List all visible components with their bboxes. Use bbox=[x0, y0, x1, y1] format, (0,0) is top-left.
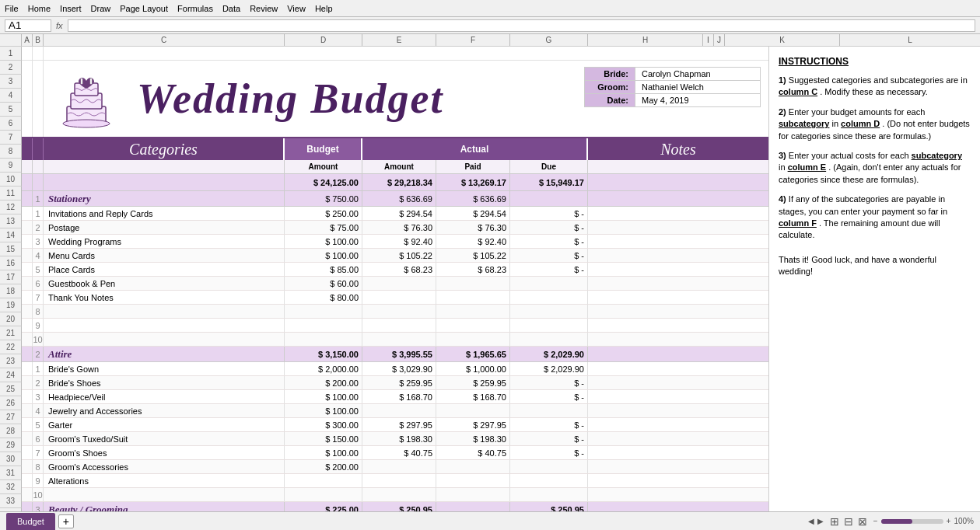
row-stat-empty9[interactable]: 9 bbox=[22, 319, 768, 333]
menu-review[interactable]: Review bbox=[250, 4, 278, 13]
inst-1-num: 1) bbox=[779, 75, 786, 85]
garter-due: $ - bbox=[510, 418, 588, 431]
table-view-icon[interactable]: ⊟ bbox=[844, 515, 853, 528]
bottom-right-controls: ◀ ▶ ⊞ ⊟ ⊠ − + 100% bbox=[808, 515, 974, 528]
row-programs[interactable]: 3 Wedding Programs $ 100.00 $ 92.40 $ 92… bbox=[22, 235, 768, 249]
menu-file[interactable]: File bbox=[5, 4, 19, 13]
invitations-paid: $ 294.54 bbox=[436, 207, 510, 220]
row-brides-gown[interactable]: 1 Bride's Gown $ 2,000.00 $ 3,029.90 $ 1… bbox=[22, 362, 768, 376]
app-container: File Home Insert Draw Page Layout Formul… bbox=[0, 0, 980, 530]
formula-input[interactable] bbox=[68, 19, 975, 32]
beauty-label: Beauty / Grooming bbox=[48, 504, 128, 512]
row-jewelry[interactable]: 4 Jewelry and Accessories $ 100.00 bbox=[22, 404, 768, 418]
instruction-1: 1) Suggested categories and subcategorie… bbox=[779, 75, 971, 99]
place-cards-name: Place Cards bbox=[44, 263, 285, 276]
row-menu-cards[interactable]: 4 Menu Cards $ 100.00 $ 105.22 $ 105.22 … bbox=[22, 249, 768, 263]
total-budget: $ 24,125.00 bbox=[285, 174, 362, 190]
row-place-cards[interactable]: 5 Place Cards $ 85.00 $ 68.23 $ 68.23 $ … bbox=[22, 263, 768, 277]
add-sheet-button[interactable]: + bbox=[58, 514, 74, 528]
col-g-label: G bbox=[510, 36, 587, 44]
cell-reference-input[interactable] bbox=[5, 19, 51, 32]
stationery-paid: $ 636.69 bbox=[436, 191, 510, 206]
scroll-right-icon[interactable]: ▶ bbox=[817, 517, 824, 525]
row-num-32: 32 bbox=[0, 480, 22, 494]
col-a-label: A bbox=[22, 36, 32, 44]
row-grooms-tuxedo[interactable]: 6 Groom's Tuxedo/Suit $ 150.00 $ 198.30 … bbox=[22, 432, 768, 446]
row-grooms-shoes[interactable]: 7 Groom's Shoes $ 100.00 $ 40.75 $ 40.75… bbox=[22, 446, 768, 460]
garter-name: Garter bbox=[44, 418, 285, 431]
row-thankyou[interactable]: 7 Thank You Notes $ 80.00 bbox=[22, 291, 768, 305]
grooms-tuxedo-paid: $ 198.30 bbox=[436, 432, 510, 445]
zoom-slider[interactable] bbox=[881, 519, 943, 524]
menu-help[interactable]: Help bbox=[315, 4, 333, 13]
cat-attire-row[interactable]: 2 Attire $ 3,150.00 $ 3,995.55 $ 1,965.6… bbox=[22, 347, 768, 362]
row-alterations[interactable]: 9 Alterations bbox=[22, 474, 768, 488]
row-garter[interactable]: 5 Garter $ 300.00 $ 297.95 $ 297.95 $ - bbox=[22, 418, 768, 432]
grid-view-icon[interactable]: ⊞ bbox=[830, 515, 839, 528]
cat-stationery-row[interactable]: 1 Stationery $ 750.00 $ 636.69 $ 636.69 bbox=[22, 191, 768, 207]
col-e-label: E bbox=[362, 36, 436, 44]
groom-label: Groom: bbox=[585, 81, 635, 93]
row-num-11: 11 bbox=[0, 187, 22, 200]
col-b-label: B bbox=[33, 36, 43, 44]
zoom-in-button[interactable]: + bbox=[947, 517, 951, 525]
row-stat-empty10[interactable]: 10 bbox=[22, 333, 768, 347]
wedding-table[interactable]: Wedding Budget Bride: Carolyn Chapman Gr… bbox=[22, 47, 768, 511]
menu-draw[interactable]: Draw bbox=[91, 4, 111, 13]
inst-4-col: column F bbox=[779, 218, 817, 228]
budget-col-header: Budget bbox=[285, 138, 362, 160]
place-cards-budget: $ 85.00 bbox=[285, 263, 362, 276]
menu-insert[interactable]: Insert bbox=[60, 4, 82, 13]
row-num-13: 13 bbox=[0, 214, 22, 228]
stationery-due bbox=[510, 191, 588, 206]
sheet-body: 1234567891011121314151617181920212223242… bbox=[0, 47, 980, 511]
menu-pagelayout[interactable]: Page Layout bbox=[120, 4, 168, 13]
row-num-16: 16 bbox=[0, 256, 22, 270]
row-num-8: 8 bbox=[0, 145, 22, 159]
inst-2-col2: column D bbox=[841, 119, 880, 128]
programs-budget: $ 100.00 bbox=[285, 235, 362, 248]
inst-2-num: 2) bbox=[779, 107, 786, 117]
place-cards-actual: $ 68.23 bbox=[362, 263, 436, 276]
alterations-name: Alterations bbox=[44, 474, 285, 487]
row-num-17: 17 bbox=[0, 270, 22, 284]
menu-formulas[interactable]: Formulas bbox=[177, 4, 213, 13]
row-num-14: 14 bbox=[0, 228, 22, 242]
scroll-left-icon[interactable]: ◀ bbox=[808, 517, 814, 525]
col-header-e: E bbox=[362, 34, 436, 46]
attire-budget: $ 3,150.00 bbox=[285, 347, 362, 361]
instruction-4: 4) If any of the subcategories are payab… bbox=[779, 194, 971, 242]
row-brides-shoes[interactable]: 2 Bride's Shoes $ 200.00 $ 259.95 $ 259.… bbox=[22, 376, 768, 390]
main-col-headers: Categories Budget Actual Notes bbox=[22, 138, 768, 160]
row-attire-empty10[interactable]: 10 bbox=[22, 488, 768, 502]
row-grooms-accessories[interactable]: 8 Groom's Accessories $ 200.00 bbox=[22, 460, 768, 474]
attire-actual: $ 3,995.55 bbox=[362, 347, 436, 361]
row-invitations[interactable]: 1 Invitations and Reply Cards $ 250.00 $… bbox=[22, 207, 768, 221]
fit-view-icon[interactable]: ⊠ bbox=[858, 515, 867, 528]
bride-label: Bride: bbox=[585, 68, 635, 80]
stationery-budget: $ 750.00 bbox=[285, 191, 362, 206]
inst-1-text: Suggested categories and subcategories a… bbox=[789, 75, 968, 85]
row-postage[interactable]: 2 Postage $ 75.00 $ 76.30 $ 76.30 $ - bbox=[22, 221, 768, 235]
brides-shoes-name: Bride's Shoes bbox=[44, 376, 285, 389]
cat-beauty-row[interactable]: 3 Beauty / Grooming $ 225.00 $ 250.95 $ … bbox=[22, 502, 768, 511]
header-row: Wedding Budget Bride: Carolyn Chapman Gr… bbox=[22, 61, 768, 138]
menu-data[interactable]: Data bbox=[222, 4, 240, 13]
column-header-row: A B C D E F G H I J K L bbox=[0, 34, 980, 47]
menu-bar: File Home Insert Draw Page Layout Formul… bbox=[0, 0, 980, 17]
attire-due: $ 2,029.90 bbox=[510, 347, 588, 361]
row-num-20: 20 bbox=[0, 312, 22, 326]
budget-tab[interactable]: Budget bbox=[6, 513, 55, 530]
zoom-out-button[interactable]: − bbox=[873, 517, 878, 525]
notes-header-label: Notes bbox=[660, 141, 696, 159]
zoom-level: 100% bbox=[954, 517, 974, 525]
row-headpiece[interactable]: 3 Headpiece/Veil $ 100.00 $ 168.70 $ 168… bbox=[22, 390, 768, 404]
menu-home[interactable]: Home bbox=[28, 4, 51, 13]
svg-rect-4 bbox=[90, 78, 92, 84]
instructions-title: INSTRUCTIONS bbox=[779, 56, 971, 67]
guestbook-name: Guestbook & Pen bbox=[44, 277, 285, 290]
row-stat-empty8[interactable]: 8 bbox=[22, 305, 768, 319]
row-guestbook[interactable]: 6 Guestbook & Pen $ 60.00 bbox=[22, 277, 768, 291]
menu-view[interactable]: View bbox=[287, 4, 306, 13]
total-due: $ 15,949.17 bbox=[510, 174, 588, 190]
